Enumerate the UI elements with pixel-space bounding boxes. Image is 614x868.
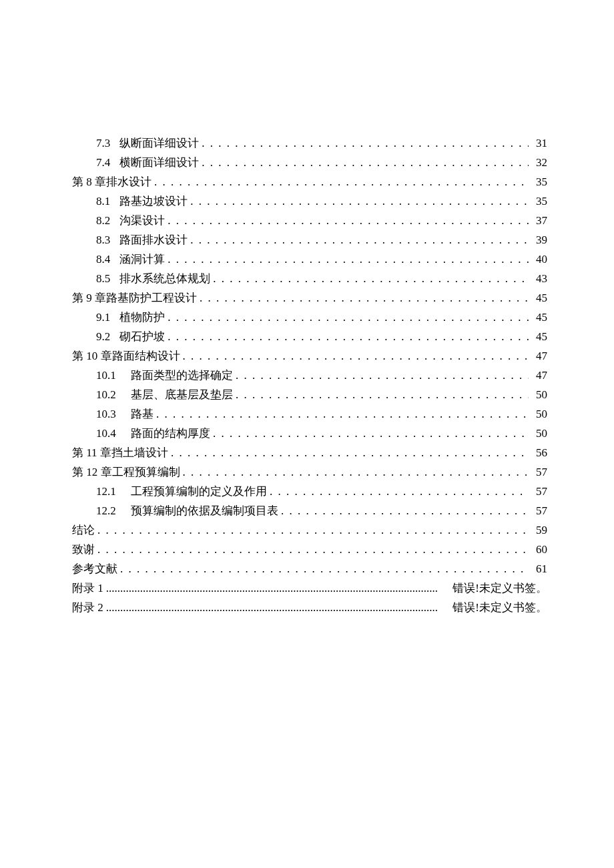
toc-leader-dots (202, 133, 529, 153)
toc-entry-title: 致谢 (72, 540, 95, 559)
toc-entry-page: 35 (531, 172, 547, 191)
toc-leader-dots (168, 211, 529, 230)
toc-leader-dots (183, 346, 529, 366)
toc-entry-number: 10.3 (96, 404, 121, 424)
toc-leader-dots (106, 578, 438, 598)
table-of-contents: 7.3纵断面详细设计317.4横断面详细设计32第 8 章排水设计358.1路基… (72, 133, 547, 617)
toc-entry-page: 45 (531, 308, 547, 327)
toc-entry-title: 预算编制的依据及编制项目表 (131, 501, 278, 520)
toc-entry: 8.1路基边坡设计35 (72, 191, 547, 211)
toc-entry-title: 附录 1 (72, 578, 103, 598)
toc-entry-page: 43 (531, 269, 547, 288)
toc-entry: 第 12 章工程预算编制57 (72, 462, 547, 482)
toc-entry: 9.2砌石护坡45 (72, 327, 547, 346)
toc-entry: 8.4涵洞计算40 (72, 250, 547, 269)
toc-leader-dots (202, 153, 529, 172)
toc-entry: 8.5排水系统总体规划43 (72, 269, 547, 288)
toc-entry-title: 参考文献 (72, 559, 117, 578)
toc-leader-dots (281, 501, 529, 520)
toc-entry: 9.1植物防护45 (72, 308, 547, 327)
toc-leader-dots (236, 366, 529, 385)
toc-entry-number: 8.1 (96, 191, 110, 211)
toc-entry-title: 第 12 章工程预算编制 (72, 462, 180, 482)
toc-entry: 8.2沟渠设计37 (72, 211, 547, 230)
toc-entry: 第 8 章排水设计35 (72, 172, 547, 191)
toc-leader-dots (97, 540, 529, 559)
toc-entry-page: 47 (531, 366, 547, 385)
toc-entry-number: 7.3 (96, 133, 110, 153)
toc-entry-number: 8.3 (96, 230, 110, 250)
toc-entry-title: 基层、底基层及垫层 (131, 385, 233, 404)
toc-entry-title: 第 11 章挡土墙设计 (72, 443, 168, 462)
toc-entry: 7.4横断面详细设计32 (72, 153, 547, 172)
toc-entry-page: 50 (531, 424, 547, 443)
toc-leader-dots (270, 482, 529, 501)
toc-entry: 10.2基层、底基层及垫层50 (72, 385, 547, 404)
toc-leader-dots (154, 172, 529, 191)
toc-entry-page: 50 (531, 385, 547, 404)
toc-entry-number: 9.1 (96, 308, 110, 327)
toc-entry-title: 排水系统总体规划 (119, 269, 210, 288)
toc-entry-page: 错误!未定义书签。 (440, 598, 547, 617)
toc-leader-dots (190, 191, 529, 211)
toc-entry-title: 附录 2 (72, 598, 103, 617)
toc-entry-title: 第 10 章路面结构设计 (72, 346, 180, 366)
toc-entry: 第 9 章路基防护工程设计45 (72, 288, 547, 308)
toc-entry: 第 10 章路面结构设计47 (72, 346, 547, 366)
toc-entry-page: 57 (531, 482, 547, 501)
toc-entry-title: 横断面详细设计 (119, 153, 199, 172)
toc-entry-page: 39 (531, 230, 547, 250)
toc-entry: 10.4路面的结构厚度50 (72, 424, 547, 443)
toc-entry-page: 45 (531, 327, 547, 346)
toc-entry-title: 纵断面详细设计 (119, 133, 199, 153)
toc-entry: 附录 2错误!未定义书签。 (72, 598, 547, 617)
toc-entry-title: 路面的结构厚度 (131, 424, 210, 443)
toc-entry-page: 32 (531, 153, 547, 172)
toc-leader-dots (213, 424, 529, 443)
toc-entry-number: 10.4 (96, 424, 121, 443)
toc-entry-number: 10.2 (96, 385, 121, 404)
toc-entry: 结论59 (72, 520, 547, 540)
toc-entry-page: 31 (531, 133, 547, 153)
toc-leader-dots (168, 308, 529, 327)
toc-entry-page: 57 (531, 501, 547, 520)
toc-entry-title: 涵洞计算 (119, 250, 165, 269)
toc-entry-page: 35 (531, 191, 547, 211)
toc-leader-dots (236, 385, 529, 404)
toc-entry-page: 59 (531, 520, 547, 540)
toc-entry-page: 45 (531, 288, 547, 308)
toc-entry: 10.1路面类型的选择确定47 (72, 366, 547, 385)
toc-entry-number: 10.1 (96, 366, 121, 385)
toc-leader-dots (190, 230, 529, 250)
toc-entry-title: 第 8 章排水设计 (72, 172, 151, 191)
toc-entry-number: 12.1 (96, 482, 121, 501)
toc-entry-title: 路面类型的选择确定 (131, 366, 233, 385)
toc-entry-number: 8.4 (96, 250, 110, 269)
toc-entry: 12.2预算编制的依据及编制项目表57 (72, 501, 547, 520)
toc-entry-number: 9.2 (96, 327, 110, 346)
toc-entry: 7.3纵断面详细设计31 (72, 133, 547, 153)
toc-entry-page: 60 (531, 540, 547, 559)
toc-leader-dots (213, 269, 529, 288)
toc-entry-title: 结论 (72, 520, 95, 540)
toc-entry-title: 砌石护坡 (119, 327, 165, 346)
toc-entry-number: 12.2 (96, 501, 121, 520)
toc-entry-page: 50 (531, 404, 547, 424)
toc-entry-page: 47 (531, 346, 547, 366)
toc-leader-dots (106, 598, 438, 617)
toc-leader-dots (120, 559, 529, 578)
toc-entry-page: 57 (531, 462, 547, 482)
toc-entry: 参考文献61 (72, 559, 547, 578)
toc-entry: 致谢60 (72, 540, 547, 559)
toc-entry: 8.3路面排水设计39 (72, 230, 547, 250)
toc-entry-page: 错误!未定义书签。 (440, 578, 547, 598)
toc-leader-dots (97, 520, 529, 540)
toc-entry-title: 沟渠设计 (119, 211, 165, 230)
toc-entry-number: 7.4 (96, 153, 110, 172)
toc-entry: 10.3路基50 (72, 404, 547, 424)
toc-entry-page: 56 (531, 443, 547, 462)
toc-entry-number: 8.5 (96, 269, 110, 288)
toc-entry-number: 8.2 (96, 211, 110, 230)
toc-leader-dots (200, 288, 529, 308)
toc-leader-dots (183, 462, 529, 482)
